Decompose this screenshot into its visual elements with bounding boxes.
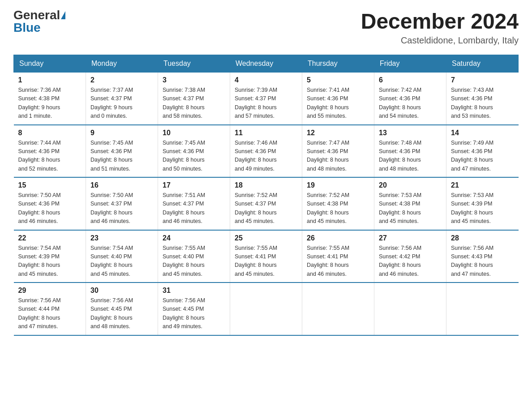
day-number: 16 — [90, 181, 153, 189]
day-info: Sunrise: 7:56 AMSunset: 4:45 PMDaylight:… — [90, 296, 153, 331]
day-number: 18 — [235, 181, 297, 189]
calendar-cell — [374, 283, 446, 335]
logo-triangle-icon — [61, 11, 65, 19]
day-info: Sunrise: 7:54 AMSunset: 4:40 PMDaylight:… — [90, 244, 153, 279]
day-info: Sunrise: 7:54 AMSunset: 4:39 PMDaylight:… — [18, 244, 82, 279]
calendar-cell: 31 Sunrise: 7:56 AMSunset: 4:45 PMDaylig… — [158, 283, 230, 335]
day-number: 3 — [163, 76, 225, 84]
day-number: 24 — [163, 234, 225, 242]
calendar-cell: 21 Sunrise: 7:53 AMSunset: 4:39 PMDaylig… — [446, 177, 519, 230]
day-info: Sunrise: 7:38 AMSunset: 4:37 PMDaylight:… — [163, 86, 225, 121]
day-number: 31 — [163, 287, 225, 295]
day-info: Sunrise: 7:50 AMSunset: 4:37 PMDaylight:… — [90, 191, 153, 226]
day-number: 8 — [18, 129, 82, 137]
day-info: Sunrise: 7:56 AMSunset: 4:43 PMDaylight:… — [451, 244, 514, 279]
day-info: Sunrise: 7:56 AMSunset: 4:45 PMDaylight:… — [163, 296, 225, 331]
day-info: Sunrise: 7:55 AMSunset: 4:41 PMDaylight:… — [307, 244, 369, 279]
day-info: Sunrise: 7:41 AMSunset: 4:36 PMDaylight:… — [307, 86, 369, 121]
calendar-week-row: 22 Sunrise: 7:54 AMSunset: 4:39 PMDaylig… — [14, 230, 519, 283]
header-wednesday: Wednesday — [230, 55, 302, 73]
title-section: December 2024 Casteldidone, Lombardy, It… — [361, 9, 519, 46]
header-saturday: Saturday — [446, 55, 519, 73]
logo-general: General — [13, 9, 60, 21]
calendar-cell: 28 Sunrise: 7:56 AMSunset: 4:43 PMDaylig… — [446, 230, 519, 283]
calendar-header: Sunday Monday Tuesday Wednesday Thursday… — [14, 55, 519, 73]
calendar-cell: 16 Sunrise: 7:50 AMSunset: 4:37 PMDaylig… — [86, 177, 158, 230]
day-number: 6 — [379, 76, 442, 84]
day-info: Sunrise: 7:56 AMSunset: 4:42 PMDaylight:… — [379, 244, 442, 279]
calendar-cell: 3 Sunrise: 7:38 AMSunset: 4:37 PMDayligh… — [158, 73, 230, 125]
day-info: Sunrise: 7:43 AMSunset: 4:36 PMDaylight:… — [451, 86, 514, 121]
day-number: 25 — [235, 234, 297, 242]
calendar-cell: 13 Sunrise: 7:48 AMSunset: 4:36 PMDaylig… — [374, 125, 446, 178]
day-number: 12 — [307, 129, 369, 137]
day-number: 2 — [90, 76, 153, 84]
day-number: 1 — [18, 76, 82, 84]
day-number: 9 — [90, 129, 153, 137]
day-info: Sunrise: 7:56 AMSunset: 4:44 PMDaylight:… — [18, 296, 82, 331]
day-number: 20 — [379, 181, 442, 189]
day-info: Sunrise: 7:46 AMSunset: 4:36 PMDaylight:… — [235, 139, 297, 174]
calendar-cell: 10 Sunrise: 7:45 AMSunset: 4:36 PMDaylig… — [158, 125, 230, 178]
month-title: December 2024 — [361, 9, 519, 34]
weekday-header-row: Sunday Monday Tuesday Wednesday Thursday… — [14, 55, 519, 73]
calendar-cell: 30 Sunrise: 7:56 AMSunset: 4:45 PMDaylig… — [86, 283, 158, 335]
calendar-cell: 19 Sunrise: 7:52 AMSunset: 4:38 PMDaylig… — [302, 177, 374, 230]
logo-blue: Blue — [13, 21, 41, 34]
header-sunday: Sunday — [14, 55, 86, 73]
day-info: Sunrise: 7:45 AMSunset: 4:36 PMDaylight:… — [90, 139, 153, 174]
calendar-week-row: 8 Sunrise: 7:44 AMSunset: 4:36 PMDayligh… — [14, 125, 519, 178]
calendar-week-row: 15 Sunrise: 7:50 AMSunset: 4:36 PMDaylig… — [14, 177, 519, 230]
location-subtitle: Casteldidone, Lombardy, Italy — [361, 35, 519, 46]
calendar-cell: 12 Sunrise: 7:47 AMSunset: 4:36 PMDaylig… — [302, 125, 374, 178]
calendar-cell: 29 Sunrise: 7:56 AMSunset: 4:44 PMDaylig… — [14, 283, 86, 335]
day-info: Sunrise: 7:48 AMSunset: 4:36 PMDaylight:… — [379, 139, 442, 174]
calendar-cell: 18 Sunrise: 7:52 AMSunset: 4:37 PMDaylig… — [230, 177, 302, 230]
day-info: Sunrise: 7:55 AMSunset: 4:40 PMDaylight:… — [163, 244, 225, 279]
day-info: Sunrise: 7:44 AMSunset: 4:36 PMDaylight:… — [18, 139, 82, 174]
day-number: 19 — [307, 181, 369, 189]
header-thursday: Thursday — [302, 55, 374, 73]
day-number: 13 — [379, 129, 442, 137]
day-number: 21 — [451, 181, 514, 189]
day-info: Sunrise: 7:52 AMSunset: 4:38 PMDaylight:… — [307, 191, 369, 226]
day-number: 29 — [18, 287, 82, 295]
day-info: Sunrise: 7:55 AMSunset: 4:41 PMDaylight:… — [235, 244, 297, 279]
calendar-cell: 7 Sunrise: 7:43 AMSunset: 4:36 PMDayligh… — [446, 73, 519, 125]
day-number: 15 — [18, 181, 82, 189]
calendar-cell: 5 Sunrise: 7:41 AMSunset: 4:36 PMDayligh… — [302, 73, 374, 125]
logo: General Blue — [13, 9, 65, 34]
day-number: 10 — [163, 129, 225, 137]
day-info: Sunrise: 7:37 AMSunset: 4:37 PMDaylight:… — [90, 86, 153, 121]
day-number: 30 — [90, 287, 153, 295]
day-number: 7 — [451, 76, 514, 84]
calendar-cell: 25 Sunrise: 7:55 AMSunset: 4:41 PMDaylig… — [230, 230, 302, 283]
day-number: 5 — [307, 76, 369, 84]
calendar-cell: 22 Sunrise: 7:54 AMSunset: 4:39 PMDaylig… — [14, 230, 86, 283]
calendar-cell — [446, 283, 519, 335]
day-info: Sunrise: 7:53 AMSunset: 4:38 PMDaylight:… — [379, 191, 442, 226]
day-info: Sunrise: 7:51 AMSunset: 4:37 PMDaylight:… — [163, 191, 225, 226]
calendar-cell: 6 Sunrise: 7:42 AMSunset: 4:36 PMDayligh… — [374, 73, 446, 125]
header-monday: Monday — [86, 55, 158, 73]
calendar-cell: 26 Sunrise: 7:55 AMSunset: 4:41 PMDaylig… — [302, 230, 374, 283]
calendar-cell: 2 Sunrise: 7:37 AMSunset: 4:37 PMDayligh… — [86, 73, 158, 125]
calendar-table: Sunday Monday Tuesday Wednesday Thursday… — [13, 55, 519, 336]
day-info: Sunrise: 7:47 AMSunset: 4:36 PMDaylight:… — [307, 139, 369, 174]
day-info: Sunrise: 7:39 AMSunset: 4:37 PMDaylight:… — [235, 86, 297, 121]
calendar-cell: 20 Sunrise: 7:53 AMSunset: 4:38 PMDaylig… — [374, 177, 446, 230]
calendar-cell: 14 Sunrise: 7:49 AMSunset: 4:36 PMDaylig… — [446, 125, 519, 178]
day-info: Sunrise: 7:49 AMSunset: 4:36 PMDaylight:… — [451, 139, 514, 174]
calendar-cell: 4 Sunrise: 7:39 AMSunset: 4:37 PMDayligh… — [230, 73, 302, 125]
calendar-cell: 15 Sunrise: 7:50 AMSunset: 4:36 PMDaylig… — [14, 177, 86, 230]
day-number: 14 — [451, 129, 514, 137]
header-tuesday: Tuesday — [158, 55, 230, 73]
calendar-cell: 9 Sunrise: 7:45 AMSunset: 4:36 PMDayligh… — [86, 125, 158, 178]
calendar-cell: 27 Sunrise: 7:56 AMSunset: 4:42 PMDaylig… — [374, 230, 446, 283]
calendar-cell: 8 Sunrise: 7:44 AMSunset: 4:36 PMDayligh… — [14, 125, 86, 178]
day-number: 17 — [163, 181, 225, 189]
day-number: 22 — [18, 234, 82, 242]
day-number: 11 — [235, 129, 297, 137]
calendar-cell — [230, 283, 302, 335]
header-friday: Friday — [374, 55, 446, 73]
